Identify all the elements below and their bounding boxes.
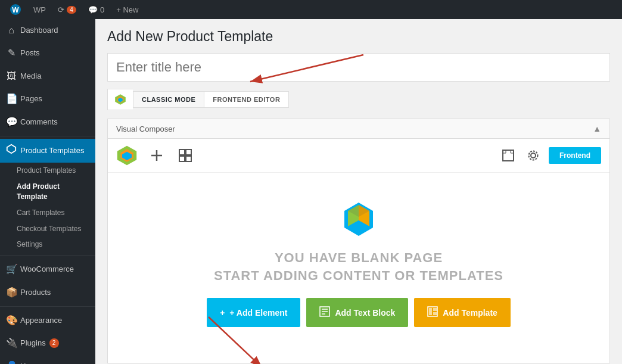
svg-rect-14 (186, 156, 191, 161)
add-text-block-button[interactable]: Add Text Block (306, 298, 408, 327)
sidebar-label-plugins: Plugins (20, 338, 46, 349)
sidebar-item-posts[interactable]: ✎ Posts (0, 42, 95, 64)
sidebar-label-media: Media (20, 71, 41, 82)
add-template-button[interactable]: Add Template (414, 298, 511, 327)
plus-icon (150, 149, 163, 162)
sub-label-product-templates: Product Templates (17, 166, 76, 176)
add-element-plus-icon: + (220, 308, 225, 318)
frontend-editor-button[interactable]: FRONTEND EDITOR (204, 91, 289, 108)
sub-label-add-product-template: Add Product Template (17, 182, 89, 202)
blank-text-line2: START ADDING CONTENT OR TEMPLATES (214, 268, 503, 284)
svg-point-21 (529, 151, 538, 160)
wp-logo-icon: W (10, 4, 21, 15)
admin-bar: W WP ⟳ 4 💬 0 + New (0, 0, 622, 19)
updates-icon: ⟳ (58, 5, 64, 14)
updates-count: 4 (67, 6, 76, 14)
sidebar-label-pages: Pages (20, 94, 42, 104)
vc-small-logo-icon (114, 93, 127, 106)
media-icon: 🖼 (6, 70, 17, 83)
sidebar-label-posts: Posts (20, 48, 40, 58)
layout: ⌂ Dashboard ✎ Posts 🖼 Media 📄 Pages 💬 Co… (0, 19, 622, 364)
new-label: + New (116, 5, 138, 14)
sidebar-item-product-templates[interactable]: Product Templates (0, 139, 95, 163)
sidebar-item-comments[interactable]: 💬 Comments (0, 111, 95, 133)
sidebar-label-users: Users (20, 361, 41, 364)
blank-content: YOU HAVE BLANK PAGE START ADDING CONTENT… (108, 173, 609, 363)
sidebar-item-products[interactable]: 📦 Products (0, 281, 95, 304)
svg-point-20 (531, 153, 536, 158)
appearance-icon: 🎨 (6, 314, 17, 327)
sidebar-divider-3 (0, 306, 95, 307)
vc-expand-button[interactable] (499, 146, 518, 165)
sidebar-divider-1 (0, 136, 95, 136)
product-templates-svg (6, 144, 17, 154)
vc-toolbar: Frontend (108, 139, 609, 173)
main-wrapper: Add New Product Template CLASSIC MODE FR… (95, 19, 622, 364)
vc-settings-button[interactable] (524, 146, 543, 165)
svg-rect-15 (503, 150, 514, 161)
products-icon: 📦 (6, 286, 17, 299)
posts-icon: ✎ (6, 46, 17, 60)
svg-rect-35 (433, 308, 437, 311)
vc-toolbar-logo-icon (116, 145, 138, 166)
classic-mode-button[interactable]: CLASSIC MODE (133, 91, 204, 108)
page-title: Add New Product Template (107, 29, 610, 45)
sub-label-settings: Settings (17, 239, 42, 250)
sidebar-sub-checkout-templates[interactable]: Checkout Templates (0, 221, 95, 237)
users-icon: 👤 (6, 360, 17, 364)
wp-logo-item[interactable]: W (5, 0, 26, 19)
title-input[interactable] (107, 53, 610, 82)
dashboard-icon: ⌂ (6, 24, 17, 37)
sidebar-item-appearance[interactable]: 🎨 Appearance (0, 309, 95, 332)
vc-panel-header-left: Visual Composer (116, 125, 175, 133)
vc-panel-title: Visual Composer (116, 125, 175, 133)
action-buttons: + + Add Element (207, 298, 511, 327)
add-text-block-icon (319, 306, 330, 319)
sidebar-item-plugins[interactable]: 🔌 Plugins 2 (0, 332, 95, 354)
vc-logo-button[interactable] (107, 89, 133, 110)
expand-icon (502, 149, 515, 162)
sidebar-sub-product-templates[interactable]: Product Templates (0, 163, 95, 179)
sidebar-item-users[interactable]: 👤 Users (0, 355, 95, 364)
pages-icon: 📄 (6, 92, 17, 105)
sub-label-cart-templates: Cart Templates (17, 208, 64, 218)
sidebar-label-appearance: Appearance (20, 315, 62, 326)
editor-buttons: CLASSIC MODE FRONTEND EDITOR (107, 89, 610, 110)
comments-item[interactable]: 💬 0 (83, 0, 109, 19)
add-template-icon (427, 306, 438, 319)
sidebar-label-dashboard: Dashboard (20, 25, 58, 36)
sidebar-sub-add-product-template[interactable]: Add Product Template (0, 179, 95, 205)
comments-count: 0 (100, 5, 104, 14)
vc-grid-button[interactable] (176, 146, 195, 165)
sidebar-item-pages[interactable]: 📄 Pages (0, 88, 95, 110)
add-text-block-label: Add Text Block (335, 308, 395, 318)
sidebar-divider-2 (0, 255, 95, 256)
template-svg-icon (427, 306, 438, 317)
sub-label-checkout-templates: Checkout Templates (17, 224, 82, 234)
sidebar-item-woocommerce[interactable]: 🛒 WooCommerce (0, 258, 95, 281)
sidebar-item-media[interactable]: 🖼 Media (0, 65, 95, 88)
svg-text:W: W (12, 6, 19, 14)
vc-frontend-button[interactable]: Frontend (549, 147, 601, 164)
vc-add-element-button[interactable] (147, 146, 166, 165)
sidebar-sub-cart-templates[interactable]: Cart Templates (0, 205, 95, 221)
product-templates-icon (6, 144, 17, 158)
updates-item[interactable]: ⟳ 4 (53, 0, 81, 19)
gear-icon (527, 149, 540, 162)
collapse-icon[interactable]: ▲ (593, 124, 601, 133)
add-template-label: Add Template (443, 308, 497, 318)
site-name: WP (33, 5, 46, 14)
sidebar-item-dashboard[interactable]: ⌂ Dashboard (0, 19, 95, 42)
add-element-button[interactable]: + + Add Element (207, 298, 300, 327)
plugins-badge: 2 (49, 338, 59, 348)
site-name-item[interactable]: WP (29, 0, 51, 19)
main-content: Add New Product Template CLASSIC MODE FR… (95, 19, 622, 364)
sidebar-sub-settings[interactable]: Settings (0, 237, 95, 253)
vc-big-logo-icon (335, 191, 382, 238)
sidebar-label-products: Products (20, 287, 51, 298)
sidebar-label-product-templates: Product Templates (20, 145, 84, 156)
vc-panel: Visual Composer ▲ (107, 119, 610, 363)
sidebar-label-woocommerce: WooCommerce (20, 264, 74, 275)
new-item[interactable]: + New (111, 0, 143, 19)
svg-rect-36 (433, 312, 437, 315)
